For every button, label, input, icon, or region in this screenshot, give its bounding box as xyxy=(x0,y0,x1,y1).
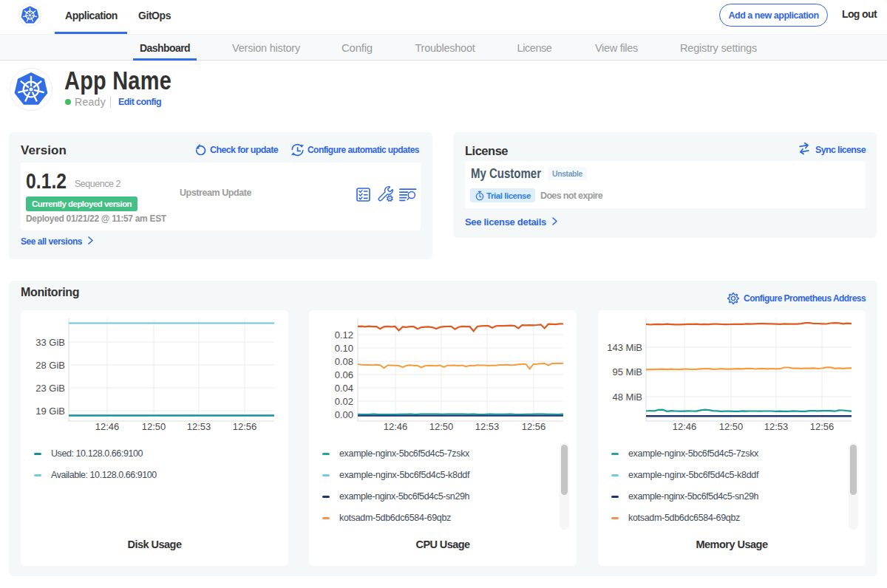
svg-text:48 MiB: 48 MiB xyxy=(613,392,642,403)
svg-text:12:53: 12:53 xyxy=(764,421,789,432)
svg-text:0.00: 0.00 xyxy=(335,409,353,420)
svg-text:28 GiB: 28 GiB xyxy=(35,360,65,371)
svg-text:12:56: 12:56 xyxy=(810,421,835,432)
svg-text:0.10: 0.10 xyxy=(335,343,353,354)
svg-text:12:53: 12:53 xyxy=(187,421,211,432)
svg-text:12:50: 12:50 xyxy=(719,421,744,432)
svg-text:0.04: 0.04 xyxy=(335,383,353,394)
svg-text:12:50: 12:50 xyxy=(142,421,166,432)
svg-text:12:56: 12:56 xyxy=(233,421,257,432)
svg-text:23 GiB: 23 GiB xyxy=(35,383,65,394)
svg-text:19 GiB: 19 GiB xyxy=(35,406,65,417)
svg-text:143 MiB: 143 MiB xyxy=(607,342,642,353)
svg-text:12:46: 12:46 xyxy=(384,421,408,432)
svg-text:0.02: 0.02 xyxy=(335,396,353,407)
svg-text:0.12: 0.12 xyxy=(335,329,353,341)
svg-text:33 GiB: 33 GiB xyxy=(35,337,65,348)
svg-text:0.08: 0.08 xyxy=(335,356,353,367)
svg-text:0.06: 0.06 xyxy=(335,369,353,380)
svg-text:12:50: 12:50 xyxy=(429,421,454,432)
svg-text:95 MiB: 95 MiB xyxy=(613,366,642,377)
svg-text:12:46: 12:46 xyxy=(95,421,120,432)
svg-text:12:53: 12:53 xyxy=(475,421,500,432)
svg-text:12:56: 12:56 xyxy=(522,421,546,432)
svg-text:12:46: 12:46 xyxy=(673,421,697,432)
